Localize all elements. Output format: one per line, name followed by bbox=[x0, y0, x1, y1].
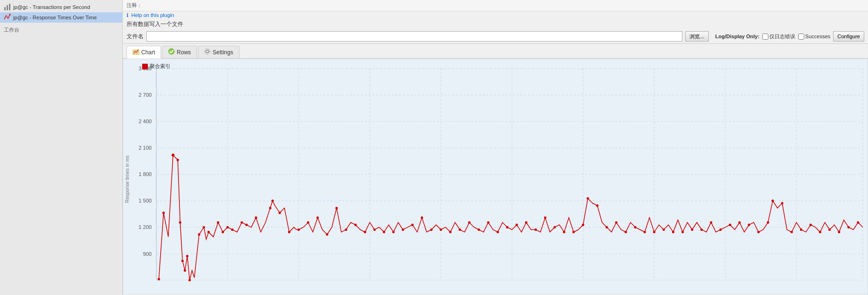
sidebar: jp@gc - Transactions per Second jp@gc - … bbox=[0, 0, 123, 295]
svg-point-67 bbox=[335, 207, 338, 209]
note-bar: 注释： bbox=[123, 0, 868, 11]
successes-checkbox[interactable] bbox=[798, 34, 804, 40]
svg-point-3 bbox=[9, 14, 11, 16]
chart-legend: 聚合索引 bbox=[142, 63, 170, 70]
svg-rect-1 bbox=[7, 5, 8, 10]
svg-point-106 bbox=[700, 228, 703, 231]
svg-point-119 bbox=[819, 231, 821, 233]
svg-point-42 bbox=[171, 154, 174, 157]
response-icon bbox=[4, 14, 11, 21]
svg-point-123 bbox=[857, 221, 859, 224]
tab-rows[interactable]: Rows bbox=[162, 46, 197, 58]
svg-point-44 bbox=[179, 221, 181, 224]
svg-point-40 bbox=[158, 278, 160, 280]
tab-rows-label: Rows bbox=[177, 49, 191, 56]
svg-point-84 bbox=[497, 231, 499, 233]
svg-point-61 bbox=[279, 211, 281, 214]
svg-point-77 bbox=[430, 228, 433, 231]
svg-point-99 bbox=[634, 226, 637, 228]
svg-point-80 bbox=[459, 228, 461, 231]
svg-point-82 bbox=[477, 228, 480, 231]
svg-point-45 bbox=[181, 260, 184, 262]
svg-point-85 bbox=[506, 226, 509, 228]
svg-point-59 bbox=[269, 207, 272, 209]
tab-settings[interactable]: Settings bbox=[198, 46, 239, 58]
svg-point-6 bbox=[206, 50, 209, 53]
svg-point-96 bbox=[605, 226, 608, 228]
svg-point-69 bbox=[354, 224, 357, 226]
svg-point-91 bbox=[563, 231, 565, 233]
svg-point-76 bbox=[421, 217, 423, 219]
successes-checkbox-label[interactable]: Successes bbox=[798, 34, 830, 40]
svg-point-68 bbox=[345, 228, 347, 231]
chart-container: 聚合索引 meter/minute bbox=[123, 59, 868, 295]
svg-point-115 bbox=[781, 202, 783, 204]
svg-point-64 bbox=[307, 221, 309, 224]
file-section-label: 所有数据写入一个文件 bbox=[127, 21, 183, 27]
svg-point-95 bbox=[596, 204, 598, 207]
sidebar-item-tps[interactable]: jp@gc - Transactions per Second bbox=[0, 2, 122, 12]
svg-point-113 bbox=[767, 221, 769, 224]
svg-text:Response times in ms: Response times in ms bbox=[125, 156, 130, 203]
svg-rect-10 bbox=[156, 68, 863, 285]
workspace-label: 工作台 bbox=[0, 25, 122, 35]
file-name-input[interactable] bbox=[146, 31, 682, 42]
svg-point-88 bbox=[535, 228, 537, 231]
svg-point-41 bbox=[162, 211, 165, 214]
browse-button[interactable]: 浏览... bbox=[685, 31, 708, 42]
help-icon: ℹ bbox=[127, 12, 128, 18]
sidebar-item-tps-label: jp@gc - Transactions per Second bbox=[13, 4, 90, 10]
svg-point-121 bbox=[838, 231, 840, 233]
file-section: 所有数据写入一个文件 bbox=[123, 19, 868, 29]
svg-point-72 bbox=[383, 231, 385, 233]
svg-point-103 bbox=[672, 231, 674, 233]
chart-area: 聚合索引 meter/minute bbox=[123, 59, 868, 295]
svg-point-118 bbox=[809, 224, 812, 226]
svg-point-66 bbox=[326, 233, 328, 236]
sidebar-item-rot-label: jp@gc - Response Times Over Time bbox=[13, 15, 97, 20]
tabs: Chart Rows Settings bbox=[123, 44, 868, 59]
svg-point-50 bbox=[203, 226, 205, 228]
sidebar-item-rot[interactable]: jp@gc - Response Times Over Time bbox=[0, 12, 122, 23]
configure-button[interactable]: Configure bbox=[833, 31, 864, 42]
svg-point-105 bbox=[691, 228, 693, 231]
svg-point-43 bbox=[177, 159, 179, 161]
note-label: 注释： bbox=[127, 2, 142, 8]
svg-rect-0 bbox=[4, 7, 6, 10]
main-content: 注释： ℹ Help on this plugin 所有数据写入一个文件 文件名… bbox=[123, 0, 868, 295]
chart-tab-icon bbox=[133, 48, 139, 56]
svg-point-94 bbox=[587, 197, 589, 200]
svg-point-83 bbox=[487, 221, 489, 224]
svg-point-51 bbox=[207, 231, 210, 233]
error-only-checkbox[interactable] bbox=[762, 34, 768, 40]
svg-point-75 bbox=[411, 224, 414, 226]
svg-point-117 bbox=[800, 228, 802, 231]
svg-point-70 bbox=[364, 231, 366, 233]
svg-point-111 bbox=[748, 224, 750, 226]
svg-point-73 bbox=[392, 231, 395, 233]
svg-point-104 bbox=[681, 231, 684, 233]
svg-point-47 bbox=[186, 255, 188, 257]
svg-point-65 bbox=[316, 217, 319, 219]
svg-point-100 bbox=[644, 231, 646, 233]
svg-point-122 bbox=[847, 226, 850, 228]
error-only-checkbox-label[interactable]: 仅日志错误 bbox=[762, 33, 795, 40]
svg-point-81 bbox=[468, 221, 470, 224]
svg-text:1 800: 1 800 bbox=[139, 171, 152, 177]
svg-point-63 bbox=[298, 228, 300, 231]
tab-chart[interactable]: Chart bbox=[127, 46, 161, 59]
svg-point-79 bbox=[449, 231, 451, 233]
svg-text:2 700: 2 700 bbox=[139, 92, 152, 98]
help-link[interactable]: Help on this plugin bbox=[131, 12, 174, 18]
svg-text:2 100: 2 100 bbox=[139, 145, 152, 151]
file-name-label: 文件名 bbox=[127, 33, 144, 41]
log-display-label: Log/Display Only: bbox=[715, 34, 760, 39]
file-row: 文件名 浏览... Log/Display Only: 仅日志错误 Succes… bbox=[123, 29, 868, 43]
svg-point-93 bbox=[582, 224, 584, 226]
svg-point-116 bbox=[791, 231, 793, 233]
rows-tab-icon bbox=[168, 48, 175, 56]
svg-point-5 bbox=[169, 49, 174, 54]
help-bar: ℹ Help on this plugin bbox=[123, 11, 868, 19]
chart-svg: 3 000 2 700 2 400 2 100 1 800 1 500 1 20… bbox=[123, 59, 868, 295]
svg-point-101 bbox=[653, 231, 655, 233]
